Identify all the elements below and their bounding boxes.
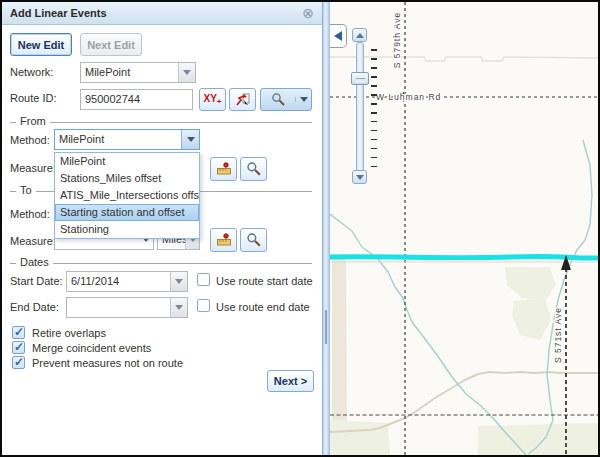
add-linear-events-window: Add Linear Events ⊗ New Edit Next Edit N…	[0, 0, 600, 457]
use-route-start-date-checkbox[interactable]	[197, 273, 210, 286]
network-combo-arrow[interactable]	[178, 63, 195, 82]
ruler-locate-icon	[216, 161, 232, 177]
use-route-start-date-label: Use route start date	[216, 275, 313, 287]
search-icon	[271, 92, 286, 107]
xy-plus-icon: XY+	[203, 93, 221, 106]
minus-arrow-icon	[356, 175, 364, 180]
zoom-slider-ticks	[371, 49, 377, 168]
panel-map-splitter[interactable]	[323, 2, 330, 455]
start-date-value: 6/11/2014	[67, 272, 170, 291]
dropdown-option-milepoint[interactable]: MilePoint	[55, 153, 199, 170]
search-dropdown-segment[interactable]	[295, 97, 311, 102]
prevent-measures-label: Prevent measures not on route	[32, 357, 183, 369]
to-measure-label: Measure:	[10, 235, 56, 247]
search-icon	[246, 232, 262, 248]
prevent-measures-checkbox[interactable]	[12, 356, 25, 369]
land-polygon	[512, 298, 551, 340]
from-legend: From	[16, 115, 50, 127]
start-date-picker[interactable]: 6/11/2014	[66, 271, 188, 292]
merge-coincident-events-label: Merge coincident events	[32, 342, 151, 354]
search-segment[interactable]	[261, 92, 295, 107]
from-method-label: Method:	[10, 134, 50, 146]
terrain-beige-strip	[332, 255, 347, 430]
from-measure-label: Measure:	[10, 162, 56, 174]
chevron-down-icon	[175, 305, 183, 310]
from-separator	[10, 122, 312, 123]
collapse-panel-button[interactable]	[330, 24, 347, 48]
road-label-luhman: W Luhman Rd	[376, 92, 441, 102]
use-route-end-date-label: Use route end date	[216, 301, 310, 313]
panel-header: Add Linear Events ⊗	[2, 2, 322, 25]
dropdown-option-stationing[interactable]: Stationing	[55, 221, 199, 238]
start-date-label: Start Date:	[10, 275, 63, 287]
network-label: Network:	[10, 66, 53, 78]
road-label-571st: S 571st Ave	[553, 307, 563, 363]
ruler-locate-icon	[216, 232, 232, 248]
from-measure-search-button[interactable]	[240, 157, 267, 181]
chevron-down-icon	[300, 97, 308, 102]
chevron-down-icon	[175, 279, 183, 284]
from-measure-locate-button[interactable]	[210, 157, 237, 181]
zoom-slider-track[interactable]	[356, 42, 364, 172]
chevron-down-icon	[183, 70, 191, 75]
zoom-slider-handle[interactable]	[351, 72, 369, 85]
to-measure-search-button[interactable]	[240, 228, 267, 252]
merge-coincident-events-checkbox[interactable]	[12, 341, 25, 354]
network-value: MilePoint	[81, 63, 178, 82]
panel-title: Add Linear Events	[10, 7, 107, 19]
xy-coordinates-button[interactable]: XY+	[199, 88, 226, 111]
plus-arrow-icon	[356, 33, 364, 38]
route-highlight-line	[330, 256, 598, 258]
from-method-combo[interactable]: MilePoint	[54, 129, 200, 150]
dropdown-option-starting-station[interactable]: Starting station and offset	[55, 204, 199, 221]
collapse-arrow-icon	[334, 31, 342, 41]
land-polygon	[330, 420, 390, 455]
end-date-label: End Date:	[10, 301, 59, 313]
use-route-end-date-checkbox[interactable]	[197, 299, 210, 312]
to-method-label: Method:	[10, 208, 50, 220]
dropdown-option-stations-miles[interactable]: Stations_Miles offset	[55, 170, 199, 187]
chevron-down-icon	[187, 137, 195, 142]
select-route-on-map-button[interactable]	[229, 88, 256, 111]
stream-line	[330, 214, 526, 455]
search-icon	[246, 161, 262, 177]
select-route-icon	[235, 92, 251, 108]
route-id-label: Route ID:	[10, 92, 56, 104]
splitter-grip-icon	[325, 310, 327, 344]
new-edit-button[interactable]: New Edit	[10, 33, 72, 56]
dates-separator	[10, 263, 312, 264]
to-measure-locate-button[interactable]	[210, 228, 237, 252]
next-button[interactable]: Next >	[267, 370, 314, 392]
end-date-arrow[interactable]	[170, 298, 187, 317]
retire-overlaps-checkbox[interactable]	[12, 326, 25, 339]
start-date-arrow[interactable]	[170, 272, 187, 291]
retire-overlaps-label: Retire overlaps	[32, 327, 106, 339]
close-icon[interactable]: ⊗	[300, 5, 316, 21]
road-label-579th: S 579th Ave	[392, 12, 402, 69]
from-method-arrow[interactable]	[181, 130, 199, 149]
search-route-split-button[interactable]	[260, 88, 312, 111]
network-combo[interactable]: MilePoint	[80, 62, 196, 83]
method-dropdown-list: MilePoint Stations_Miles offset ATIS_Mil…	[54, 152, 200, 239]
land-polygon	[478, 423, 598, 455]
end-date-picker[interactable]	[66, 297, 188, 318]
end-date-value	[67, 298, 170, 317]
from-method-value: MilePoint	[55, 130, 181, 149]
map-canvas[interactable]: S 579th Ave W Luhman Rd S 571st Ave	[330, 2, 598, 455]
to-legend: To	[16, 184, 36, 196]
land-polygon	[505, 267, 556, 301]
zoom-in-button[interactable]	[352, 28, 367, 42]
add-linear-events-panel: Add Linear Events ⊗ New Edit Next Edit N…	[2, 2, 323, 455]
dropdown-option-atis[interactable]: ATIS_Mile_Intersections offset	[55, 187, 199, 204]
next-edit-button[interactable]: Next Edit	[80, 33, 142, 56]
route-id-input[interactable]: 950002744	[80, 89, 193, 110]
dates-legend: Dates	[16, 256, 53, 268]
zoom-out-button[interactable]	[352, 170, 367, 184]
